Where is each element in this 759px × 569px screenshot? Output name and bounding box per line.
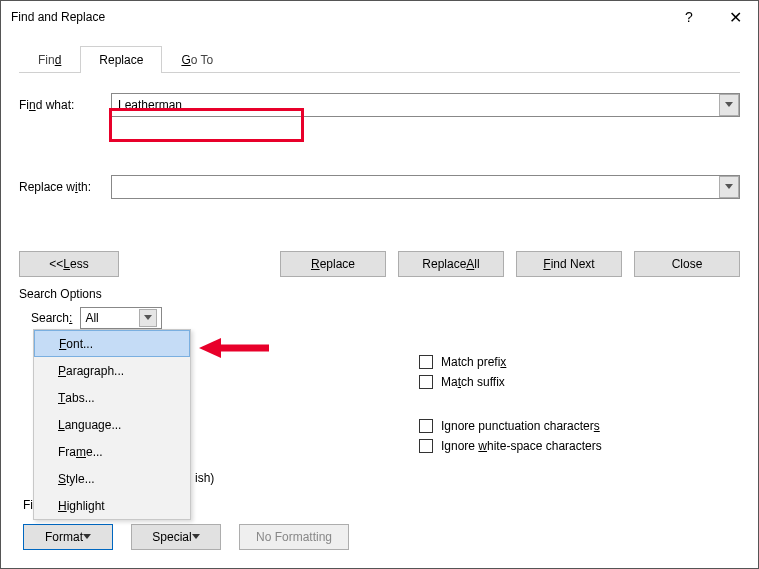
replace-with-row: Replace with: [19, 175, 740, 199]
replace-with-label: Replace with: [19, 180, 111, 194]
find-replace-dialog: Find and Replace ? ✕ Find Replace Go To … [0, 0, 759, 569]
chevron-down-icon [725, 184, 733, 190]
match-suffix-checkbox[interactable]: Match suffix [419, 375, 602, 389]
titlebar: Find and Replace ? ✕ [1, 1, 758, 33]
menu-item-frame[interactable]: Frame... [34, 438, 190, 465]
find-what-label: Find what: [19, 98, 111, 112]
dialog-title: Find and Replace [11, 10, 666, 24]
checkbox-icon [419, 355, 433, 369]
tabstrip: Find Replace Go To [19, 43, 740, 73]
find-what-dropdown[interactable] [719, 94, 739, 116]
menu-item-paragraph[interactable]: Paragraph... [34, 357, 190, 384]
chevron-down-icon [725, 102, 733, 108]
replace-all-button[interactable]: Replace All [398, 251, 504, 277]
tab-find[interactable]: Find [19, 46, 80, 73]
ignore-ws-checkbox[interactable]: Ignore white-space characters [419, 439, 602, 453]
action-button-row: << Less Replace Replace All Find Next Cl… [19, 251, 740, 277]
chevron-down-icon [139, 309, 157, 327]
special-button[interactable]: Special [131, 524, 221, 550]
search-direction-select[interactable]: All [80, 307, 161, 329]
close-button[interactable]: Close [634, 251, 740, 277]
format-menu: Font... Paragraph... Tabs... Language...… [33, 329, 191, 520]
menu-item-tabs[interactable]: Tabs... [34, 384, 190, 411]
bottom-button-row: Format Special No Formatting [23, 524, 349, 550]
ignore-punct-label: Ignore punctuation characters [441, 419, 600, 433]
search-options-legend: Search Options [19, 287, 740, 301]
replace-with-combo [111, 175, 740, 199]
checkbox-icon [419, 419, 433, 433]
caret-down-icon [192, 534, 200, 540]
search-direction-value: All [85, 311, 98, 325]
match-prefix-label: Match prefix [441, 355, 506, 369]
ignore-punct-checkbox[interactable]: Ignore punctuation characters [419, 419, 602, 433]
replace-button[interactable]: Replace [280, 251, 386, 277]
match-suffix-label: Match suffix [441, 375, 505, 389]
menu-item-language[interactable]: Language... [34, 411, 190, 438]
find-what-combo [111, 93, 740, 117]
less-button[interactable]: << Less [19, 251, 119, 277]
replace-with-dropdown[interactable] [719, 176, 739, 198]
find-what-row: Find what: [19, 93, 740, 117]
checkbox-icon [419, 375, 433, 389]
search-direction-row: Search: All [31, 307, 740, 329]
tab-replace[interactable]: Replace [80, 46, 162, 73]
help-button[interactable]: ? [666, 2, 712, 32]
sounds-like-tail: ish) [195, 471, 214, 485]
tab-goto[interactable]: Go To [162, 46, 232, 73]
caret-down-icon [83, 534, 91, 540]
find-what-input[interactable] [111, 93, 740, 117]
replace-with-input[interactable] [111, 175, 740, 199]
search-options-right: Match prefix Match suffix Ignore punctua… [419, 349, 602, 459]
match-prefix-checkbox[interactable]: Match prefix [419, 355, 602, 369]
menu-item-style[interactable]: Style... [34, 465, 190, 492]
format-button[interactable]: Format [23, 524, 113, 550]
menu-item-highlight[interactable]: Highlight [34, 492, 190, 519]
find-next-button[interactable]: Find Next [516, 251, 622, 277]
menu-item-font[interactable]: Font... [34, 330, 190, 357]
close-window-button[interactable]: ✕ [712, 2, 758, 32]
checkbox-icon [419, 439, 433, 453]
sounds-like-checkbox-tail: ish) [195, 471, 214, 485]
search-direction-label: Search: [31, 311, 72, 325]
ignore-ws-label: Ignore white-space characters [441, 439, 602, 453]
no-formatting-button: No Formatting [239, 524, 349, 550]
